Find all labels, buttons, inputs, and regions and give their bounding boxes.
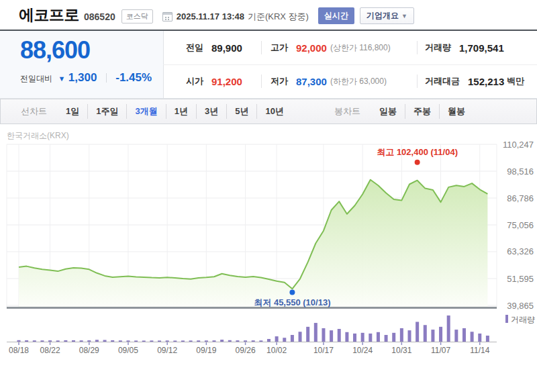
svg-text:86,786: 86,786 <box>507 193 534 203</box>
low-point-dot <box>289 290 295 295</box>
company-overview-label: 기업개요 <box>367 11 399 20</box>
realtime-badge[interactable]: 실시간 <box>318 7 354 24</box>
price-change-row: 전일대비 ▼ 1,300 -1.45% <box>20 71 152 85</box>
lower-limit-value: (하한가 63,000) <box>330 76 387 87</box>
stock-code: 086520 <box>84 11 115 22</box>
change-value: 1,300 <box>68 71 97 84</box>
low-annotation: 최저 45,550 (10/13) <box>254 297 330 307</box>
day-high-cell: 고가 92,000 (상한가 116,800) <box>271 31 391 64</box>
line-chart-group-label: 선차트 <box>21 105 47 117</box>
stock-page: 에코프로 086520 코스닥 2025.11.17 13:48 기준(KRX … <box>0 0 537 392</box>
high-annotation: 최고 102,400 (11/04) <box>377 147 458 157</box>
open-price-value: 91,200 <box>211 76 242 87</box>
summary-row-1: 전일 89,900 고가 92,000 (상한가 116,800) 거래량 1,… <box>163 31 537 65</box>
tab-monthly-candle[interactable]: 월봉 <box>439 104 473 119</box>
svg-text:98,516: 98,516 <box>507 166 534 177</box>
divider <box>417 75 418 88</box>
upper-limit-value: (상한가 116,800) <box>330 42 391 54</box>
day-low-cell: 저가 87,300 (하한가 63,000) <box>271 64 387 98</box>
svg-text:10/31: 10/31 <box>391 346 411 355</box>
volume-legend-icon <box>505 315 508 323</box>
summary-row-2: 시가 91,200 저가 87,300 (하한가 63,000) 거래대금 15… <box>163 64 537 98</box>
svg-text:08/22: 08/22 <box>40 346 60 355</box>
chart-period-toolbar: 선차트 1일 1주일 3개월 1년 3년 5년 10년 봉차트 일봉 주봉 월봉 <box>0 99 537 124</box>
quote-datetime-suffix: 기준(KRX 장중) <box>248 11 309 23</box>
stock-name: 에코프로 <box>19 5 79 26</box>
tab-1week[interactable]: 1주일 <box>87 104 126 119</box>
tab-1year[interactable]: 1년 <box>166 104 196 119</box>
change-label: 전일대비 <box>20 74 52 83</box>
chart-section: 한국거래소(KRX) 110,24798,51686,78675,05663,3… <box>0 126 537 392</box>
day-high-label: 고가 <box>271 42 288 54</box>
tab-daily-candle[interactable]: 일봉 <box>371 104 405 119</box>
prev-close-cell: 전일 89,900 <box>186 31 242 64</box>
line-chart-tab-group: 선차트 1일 1주일 3개월 1년 3년 5년 10년 <box>21 99 292 124</box>
tab-1day[interactable]: 1일 <box>58 104 87 119</box>
candle-chart-tab-group: 봉차트 일봉 주봉 월봉 <box>334 99 473 124</box>
high-point-dot <box>415 160 420 165</box>
day-low-value: 87,300 <box>296 76 327 87</box>
svg-text:63,326: 63,326 <box>507 246 534 256</box>
open-price-cell: 시가 91,200 <box>186 64 242 98</box>
svg-text:110,247: 110,247 <box>503 140 534 150</box>
volume-legend-label: 거래량 <box>511 315 535 324</box>
price-chart[interactable]: 110,24798,51686,78675,05663,32651,59539,… <box>0 126 537 392</box>
svg-text:10/02: 10/02 <box>266 346 287 355</box>
svg-text:09/26: 09/26 <box>236 346 256 355</box>
down-arrow-icon: ▼ <box>58 75 65 83</box>
svg-text:75,056: 75,056 <box>507 220 534 230</box>
current-price: 88,600 <box>20 36 90 64</box>
trade-amount-cell: 거래대금 152,213 백만 <box>425 64 524 98</box>
svg-text:08/29: 08/29 <box>79 346 99 355</box>
change-percent: -1.45% <box>115 71 152 84</box>
trade-amount-value: 152,213 <box>468 76 504 87</box>
tab-5year[interactable]: 5년 <box>226 104 256 119</box>
svg-text:10/24: 10/24 <box>352 346 373 355</box>
chevron-down-icon: ▼ <box>401 13 407 19</box>
volume-cell: 거래량 1,709,541 <box>425 31 504 64</box>
svg-text:39,865: 39,865 <box>507 301 534 311</box>
company-overview-button[interactable]: 기업개요▼ <box>360 7 414 24</box>
divider <box>261 75 262 88</box>
header: 에코프로 086520 코스닥 2025.11.17 13:48 기준(KRX … <box>0 0 537 30</box>
open-price-label: 시가 <box>186 75 203 87</box>
tab-3year[interactable]: 3년 <box>196 104 226 119</box>
current-price-cell: 88,600 전일대비 ▼ 1,300 -1.45% <box>0 31 164 98</box>
svg-text:11/14: 11/14 <box>470 346 489 355</box>
candle-chart-group-label: 봉차트 <box>334 105 360 117</box>
price-summary-panel: 88,600 전일대비 ▼ 1,300 -1.45% 전일 89,900 고가 … <box>0 31 537 99</box>
svg-text:09/05: 09/05 <box>118 346 138 355</box>
tab-10year[interactable]: 10년 <box>256 104 291 119</box>
svg-text:09/12: 09/12 <box>157 346 177 355</box>
trade-amount-unit: 백만 <box>507 75 524 87</box>
volume-label: 거래량 <box>425 42 451 54</box>
trade-amount-label: 거래대금 <box>425 75 460 87</box>
svg-text:09/19: 09/19 <box>196 346 216 355</box>
svg-text:51,595: 51,595 <box>507 274 534 284</box>
tab-weekly-candle[interactable]: 주봉 <box>405 104 439 119</box>
divider <box>106 73 107 83</box>
tab-3month[interactable]: 3개월 <box>126 104 165 119</box>
svg-text:08/18: 08/18 <box>9 346 29 355</box>
prev-close-value: 89,900 <box>211 42 242 54</box>
market-badge-kosdaq: 코스닥 <box>121 9 153 23</box>
divider <box>261 41 262 54</box>
prev-close-label: 전일 <box>186 42 203 54</box>
calendar-icon <box>162 12 173 21</box>
svg-text:10/17: 10/17 <box>313 346 334 355</box>
day-high-value: 92,000 <box>296 42 327 54</box>
svg-text:11/07: 11/07 <box>431 346 450 355</box>
divider <box>417 41 418 54</box>
quote-datetime: 2025.11.17 13:48 <box>177 11 244 21</box>
day-low-label: 저가 <box>271 75 288 87</box>
volume-value: 1,709,541 <box>459 42 504 54</box>
